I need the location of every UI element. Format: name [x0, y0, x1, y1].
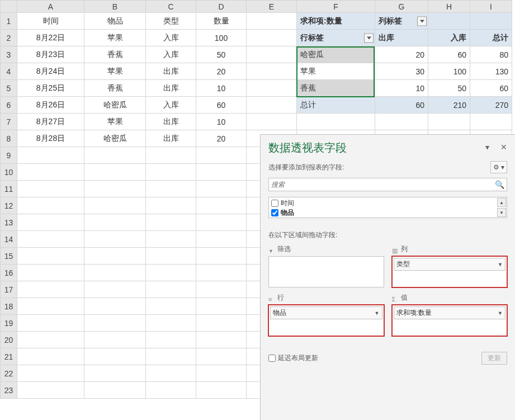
- scroll-down-icon[interactable]: ▼: [497, 208, 506, 217]
- field-list[interactable]: 时间 物品 ▲▼: [268, 197, 507, 218]
- pivot-total[interactable]: 270: [470, 97, 512, 114]
- pivot-value[interactable]: 80: [470, 46, 512, 63]
- cell[interactable]: [84, 248, 146, 265]
- cell[interactable]: [84, 382, 146, 399]
- cell[interactable]: 哈密瓜: [84, 97, 146, 114]
- update-button[interactable]: 更新: [481, 352, 507, 365]
- cell[interactable]: [17, 214, 84, 231]
- gear-icon[interactable]: ⚙ ▾: [490, 161, 507, 173]
- row-header[interactable]: 8: [1, 130, 17, 147]
- cell[interactable]: [84, 181, 146, 197]
- cell[interactable]: [196, 214, 247, 231]
- cell[interactable]: [196, 281, 247, 298]
- cell[interactable]: 20: [196, 130, 247, 147]
- cell[interactable]: [146, 214, 196, 231]
- cell[interactable]: [17, 197, 84, 214]
- cell[interactable]: [196, 231, 247, 248]
- cell[interactable]: 8月28日: [17, 130, 84, 147]
- cell[interactable]: 类型: [146, 13, 196, 30]
- cell[interactable]: 10: [196, 114, 247, 130]
- search-box[interactable]: 🔍: [268, 178, 507, 191]
- cell[interactable]: [470, 13, 512, 30]
- cell[interactable]: [196, 332, 247, 348]
- cell[interactable]: [196, 298, 247, 315]
- col-header-I[interactable]: I: [470, 1, 512, 13]
- field-checkbox-time[interactable]: [271, 200, 278, 207]
- cell[interactable]: [146, 348, 196, 365]
- row-header[interactable]: 4: [1, 63, 17, 80]
- values-area[interactable]: 求和项:数量▼: [392, 305, 508, 336]
- row-header[interactable]: 2: [1, 30, 17, 46]
- pivot-value[interactable]: 130: [470, 63, 512, 80]
- field-chip-type[interactable]: 类型▼: [394, 258, 506, 271]
- cell[interactable]: [17, 298, 84, 315]
- row-header[interactable]: 5: [1, 80, 17, 97]
- cell[interactable]: [84, 348, 146, 365]
- cell[interactable]: 50: [196, 46, 247, 63]
- panel-options-icon[interactable]: ▾: [485, 143, 489, 152]
- pivot-value[interactable]: 60: [470, 80, 512, 97]
- pivot-value[interactable]: 20: [375, 46, 428, 63]
- col-header-G[interactable]: G: [375, 1, 428, 13]
- cell[interactable]: [247, 63, 297, 80]
- row-header[interactable]: 20: [1, 332, 17, 348]
- pivot-value[interactable]: 50: [428, 80, 470, 97]
- scroll-up-icon[interactable]: ▲: [497, 198, 506, 207]
- cell[interactable]: [470, 114, 512, 130]
- col-header-A[interactable]: A: [17, 1, 84, 13]
- row-header[interactable]: 17: [1, 281, 17, 298]
- cell[interactable]: [17, 281, 84, 298]
- cell[interactable]: 8月25日: [17, 80, 84, 97]
- row-header[interactable]: 23: [1, 382, 17, 399]
- columns-area[interactable]: 类型▼: [392, 256, 508, 287]
- cell[interactable]: [247, 30, 297, 46]
- field-chip-sum[interactable]: 求和项:数量▼: [394, 306, 506, 319]
- row-header[interactable]: 14: [1, 231, 17, 248]
- cell[interactable]: [17, 181, 84, 197]
- cell[interactable]: 60: [196, 97, 247, 114]
- cell[interactable]: [146, 332, 196, 348]
- cell[interactable]: [146, 382, 196, 399]
- cell[interactable]: 8月27日: [17, 114, 84, 130]
- cell[interactable]: [146, 298, 196, 315]
- row-header[interactable]: 15: [1, 248, 17, 265]
- row-header[interactable]: 12: [1, 197, 17, 214]
- col-header-F[interactable]: F: [297, 1, 375, 13]
- cell[interactable]: [17, 248, 84, 265]
- cell[interactable]: [428, 13, 470, 30]
- panel-close-icon[interactable]: ✕: [500, 143, 507, 152]
- pivot-row-item[interactable]: 香蕉: [297, 80, 375, 97]
- defer-layout-label[interactable]: 延迟布局更新: [268, 353, 318, 363]
- cell[interactable]: [146, 197, 196, 214]
- cell[interactable]: [84, 315, 146, 332]
- cell[interactable]: [84, 365, 146, 382]
- cell[interactable]: [84, 332, 146, 348]
- cell[interactable]: [84, 281, 146, 298]
- cell[interactable]: [146, 248, 196, 265]
- select-all-corner[interactable]: [1, 1, 17, 13]
- cell[interactable]: [84, 164, 146, 181]
- cell[interactable]: [84, 214, 146, 231]
- col-header-H[interactable]: H: [428, 1, 470, 13]
- row-header[interactable]: 1: [1, 13, 17, 30]
- defer-layout-checkbox[interactable]: [268, 355, 276, 362]
- row-header[interactable]: 7: [1, 114, 17, 130]
- cell[interactable]: 出库: [146, 63, 196, 80]
- cell[interactable]: [17, 365, 84, 382]
- cell[interactable]: [84, 147, 146, 164]
- cell[interactable]: 入库: [146, 46, 196, 63]
- cell[interactable]: [196, 181, 247, 197]
- cell[interactable]: 20: [196, 63, 247, 80]
- cell[interactable]: [84, 231, 146, 248]
- cell[interactable]: [247, 97, 297, 114]
- cell[interactable]: [17, 147, 84, 164]
- cell[interactable]: [196, 197, 247, 214]
- cell[interactable]: 入库: [146, 97, 196, 114]
- pivot-total[interactable]: 60: [375, 97, 428, 114]
- cell[interactable]: [17, 164, 84, 181]
- cell[interactable]: [146, 315, 196, 332]
- row-header[interactable]: 18: [1, 298, 17, 315]
- cell[interactable]: [17, 332, 84, 348]
- pivot-col-label[interactable]: 列标签: [375, 13, 428, 30]
- pivot-row-dropdown-icon[interactable]: [364, 33, 374, 43]
